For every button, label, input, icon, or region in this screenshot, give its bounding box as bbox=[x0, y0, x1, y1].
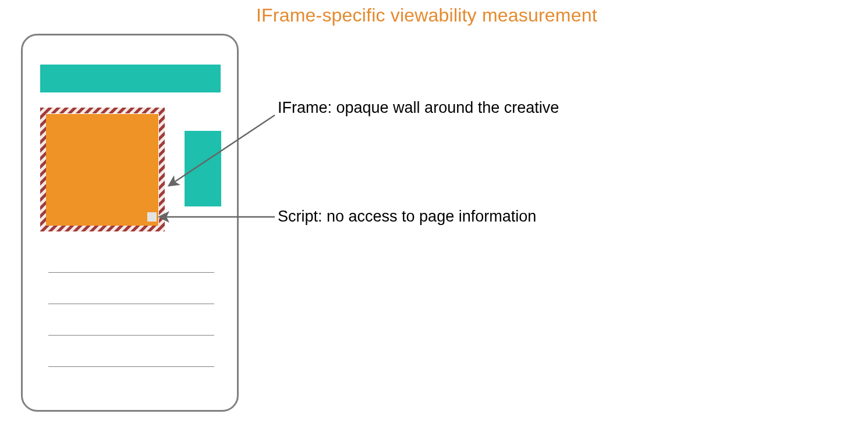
page-text-line bbox=[48, 366, 214, 367]
page-sidebar-block bbox=[185, 131, 221, 206]
script-indicator bbox=[147, 212, 157, 222]
page-header-banner bbox=[40, 65, 221, 92]
diagram-title: IFrame-specific viewability measurement bbox=[256, 5, 597, 26]
annotation-iframe: IFrame: opaque wall around the creative bbox=[278, 99, 559, 117]
page-text-line bbox=[48, 272, 214, 273]
annotation-script: Script: no access to page information bbox=[278, 208, 536, 226]
page-text-line bbox=[48, 304, 214, 304]
ad-creative-block bbox=[46, 114, 158, 226]
page-text-line bbox=[48, 335, 214, 336]
phone-outline bbox=[21, 34, 239, 412]
